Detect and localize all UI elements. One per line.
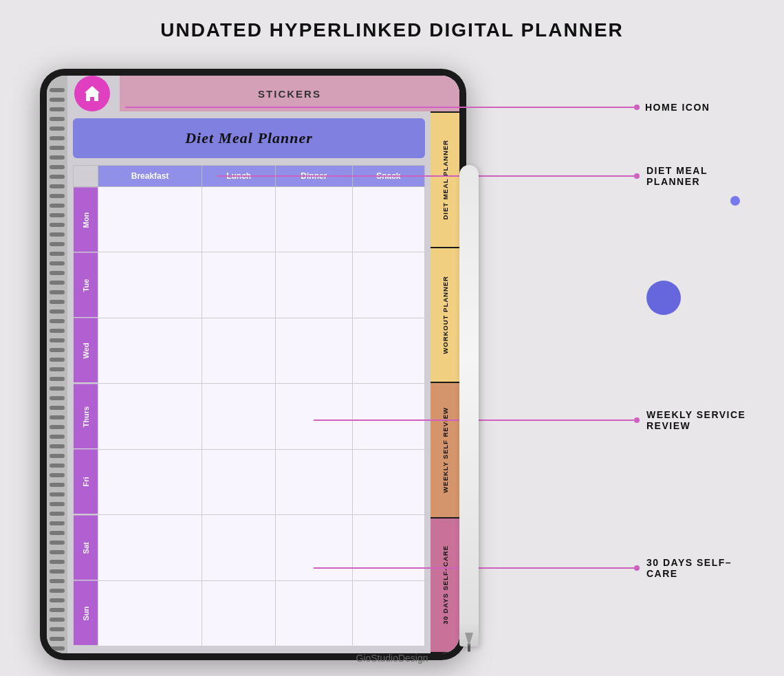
meal-cell[interactable]	[98, 187, 202, 252]
day-label: Wed	[74, 318, 98, 383]
blue-dot-large	[646, 281, 681, 315]
annotation-30-days-self-care: 30 DAYS SELF– CARE	[314, 557, 732, 579]
spiral-binding	[47, 76, 67, 653]
meal-cell[interactable]	[98, 515, 202, 580]
meal-cell[interactable]	[202, 449, 276, 514]
meal-cell[interactable]	[276, 449, 353, 514]
page-title: UNDATED HYPERLINKED DIGITAL PLANNER	[0, 0, 784, 54]
meal-cell[interactable]	[352, 580, 424, 646]
tab-weekly-self-review[interactable]: WEEKLY SELF REVIEW	[431, 383, 459, 519]
meal-cell[interactable]	[352, 318, 424, 383]
meal-cell[interactable]	[98, 318, 202, 383]
meal-cell[interactable]	[202, 252, 276, 318]
day-label: Tue	[74, 252, 98, 318]
meal-cell[interactable]	[352, 187, 424, 252]
table-row: Tue	[74, 252, 425, 318]
day-label: Sat	[74, 515, 98, 580]
diet-meal-planner-header: Diet Meal Planner	[73, 118, 425, 158]
day-label: Thurs	[74, 384, 98, 449]
meal-cell[interactable]	[352, 252, 424, 318]
pencil-tip	[468, 644, 470, 652]
meal-cell[interactable]	[202, 187, 276, 252]
meal-cell[interactable]	[98, 449, 202, 514]
blue-dot-small	[730, 196, 740, 206]
day-label: Mon	[74, 187, 98, 252]
meal-cell[interactable]	[352, 449, 424, 514]
table-row: Mon	[74, 187, 425, 252]
table-row: Sun	[74, 580, 425, 646]
annotation-weekly-service-review: WEEKLY SERVICE REVIEW	[314, 409, 745, 431]
meal-cell[interactable]	[276, 187, 353, 252]
meal-cell[interactable]	[202, 384, 276, 449]
home-button[interactable]	[74, 76, 110, 111]
meal-cell[interactable]	[202, 515, 276, 580]
meal-cell[interactable]	[202, 580, 276, 646]
day-column-header	[74, 166, 98, 187]
meal-cell[interactable]	[98, 252, 202, 318]
annotation-home-icon: HOME ICON	[125, 102, 710, 113]
meal-cell[interactable]	[202, 318, 276, 383]
breakfast-column-header: Breakfast	[98, 166, 202, 187]
annotation-diet-meal-planner-text: DIET MEAL	[646, 165, 708, 176]
meal-cell[interactable]	[276, 318, 353, 383]
tab-workout-planner[interactable]: WORKOUT PLANNER	[431, 248, 459, 384]
table-row: Fri	[74, 449, 425, 514]
day-label: Fri	[74, 449, 98, 514]
day-label: Sun	[74, 580, 98, 646]
meal-cell[interactable]	[276, 252, 353, 318]
annotation-home-icon-text: HOME ICON	[645, 102, 710, 113]
apple-pencil	[459, 165, 479, 646]
meal-cell[interactable]	[276, 580, 353, 646]
footer-credit: GioStudioDesign	[0, 653, 784, 664]
meal-cell[interactable]	[98, 384, 202, 449]
meal-cell[interactable]	[98, 580, 202, 646]
table-row: Wed	[74, 318, 425, 383]
tab-30-days-self-care[interactable]: 30 DAYS SELF–CARE	[431, 519, 459, 654]
